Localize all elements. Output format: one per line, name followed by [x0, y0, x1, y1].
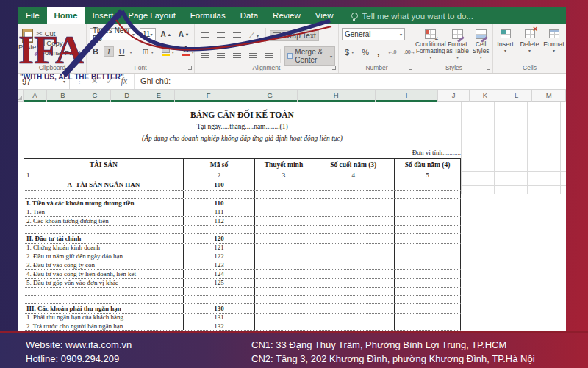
- percent-style-button[interactable]: %: [359, 46, 372, 58]
- middle-align-button[interactable]: [214, 31, 228, 40]
- cell-maso[interactable]: 111: [184, 208, 256, 216]
- cell-socuoinam[interactable]: Số cuối năm (3): [312, 159, 395, 171]
- cell-socuoinam[interactable]: [312, 226, 395, 233]
- shrink-font-button[interactable]: A▾: [176, 29, 191, 40]
- tab-page-layout[interactable]: Page Layout: [121, 7, 183, 24]
- italic-button[interactable]: I: [104, 46, 114, 57]
- merge-center-button[interactable]: Merge & Center▾: [284, 46, 335, 66]
- cell-taisan[interactable]: III. Các khoản phải thu ngắn hạn: [24, 304, 184, 313]
- accounting-format-button[interactable]: $▾: [342, 46, 356, 58]
- column-header-b[interactable]: B: [47, 90, 79, 102]
- dialog-launcher-icon[interactable]: [487, 66, 490, 70]
- cell-socuoinam[interactable]: 4: [312, 171, 395, 180]
- orientation-button[interactable]: ⟋▾: [246, 29, 262, 41]
- column-header-f[interactable]: F: [175, 90, 243, 102]
- cancel-entry-button[interactable]: ✕: [87, 77, 101, 86]
- tab-formulas[interactable]: Formulas: [183, 7, 233, 24]
- cell-thuyetminh[interactable]: [255, 180, 312, 190]
- cell-sodaunam[interactable]: [395, 304, 461, 313]
- cell-thuyetminh[interactable]: [255, 296, 312, 303]
- align-left-button[interactable]: [198, 52, 212, 60]
- cell-socuoinam[interactable]: [312, 270, 395, 278]
- cell-thuyetminh[interactable]: 3: [255, 171, 312, 180]
- column-header-e[interactable]: E: [143, 90, 175, 102]
- top-align-button[interactable]: [198, 31, 212, 40]
- cell-maso[interactable]: 120: [184, 234, 256, 243]
- cell-taisan[interactable]: 4. Đầu tư vào công ty liên doanh, liên k…: [24, 270, 184, 278]
- column-header-h[interactable]: H: [298, 90, 376, 102]
- cell-socuoinam[interactable]: [312, 261, 395, 269]
- cell-socuoinam[interactable]: [312, 322, 395, 330]
- cell-sodaunam[interactable]: [395, 244, 461, 252]
- sheet-date-line[interactable]: Tại ngày.....tháng.....năm........(1): [24, 123, 461, 130]
- cell-sodaunam[interactable]: [395, 261, 461, 269]
- cell-sodaunam[interactable]: [395, 208, 461, 216]
- cell-socuoinam[interactable]: [312, 180, 395, 190]
- cell-taisan[interactable]: 1. Chứng khoán kinh doanh: [24, 244, 184, 252]
- cell-taisan[interactable]: 5. Đầu tư góp vốn vào đơn vị khác: [24, 279, 184, 287]
- cell-taisan[interactable]: 1: [24, 171, 184, 180]
- cell-maso[interactable]: 122: [184, 252, 256, 261]
- cell-taisan[interactable]: [24, 191, 184, 198]
- cell-taisan[interactable]: 2. Đầu tư nắm giữ đến ngày đáo hạn: [24, 252, 184, 261]
- cell-taisan[interactable]: I. Tiền và các khoản tương đương tiền: [24, 199, 184, 208]
- cell-socuoinam[interactable]: [312, 208, 395, 216]
- cell-maso[interactable]: [184, 226, 256, 233]
- cell-sodaunam[interactable]: [395, 296, 461, 303]
- cell-socuoinam[interactable]: [312, 288, 395, 295]
- cell-socuoinam[interactable]: [312, 252, 395, 261]
- cell-maso[interactable]: 112: [184, 217, 256, 225]
- cell-maso[interactable]: [184, 288, 256, 295]
- cell-thuyetminh[interactable]: [255, 288, 312, 295]
- font-size-select[interactable]: 11▾: [140, 28, 156, 40]
- cell-taisan[interactable]: [24, 226, 184, 233]
- name-box[interactable]: 97 ▾: [18, 74, 70, 89]
- cell-socuoinam[interactable]: [312, 304, 395, 313]
- cell-socuoinam[interactable]: [312, 279, 395, 287]
- cell-sodaunam[interactable]: [395, 180, 461, 190]
- dialog-launcher-icon[interactable]: [409, 66, 412, 70]
- cell-maso[interactable]: 123: [184, 261, 256, 269]
- cell-thuyetminh[interactable]: Thuyết minh: [255, 159, 312, 171]
- increase-decimal-button[interactable]: ←.0: [385, 48, 399, 56]
- cell-maso[interactable]: 124: [184, 270, 256, 278]
- bold-button[interactable]: B: [90, 46, 101, 57]
- center-button[interactable]: [214, 52, 228, 60]
- cell-sodaunam[interactable]: [395, 252, 461, 261]
- cell-thuyetminh[interactable]: [255, 314, 312, 322]
- cell-sodaunam[interactable]: [395, 314, 461, 322]
- cell-taisan[interactable]: 1. Tiền: [24, 208, 184, 216]
- formula-input[interactable]: Ghi chú:: [134, 74, 566, 89]
- cell-maso[interactable]: 121: [184, 244, 256, 252]
- cell-sodaunam[interactable]: Số đầu năm (4): [395, 159, 461, 171]
- fill-color-button[interactable]: ▾: [159, 46, 177, 57]
- cell-taisan[interactable]: 2. Trả trước cho người bán ngắn hạn: [24, 322, 184, 330]
- column-header-c[interactable]: C: [79, 90, 112, 102]
- cell-socuoinam[interactable]: [312, 191, 395, 198]
- cell-taisan[interactable]: 3. Đầu tư vào công ty con: [24, 261, 184, 269]
- sheet-applies-line[interactable]: (Áp dụng cho doanh nghiệp không đáp ứng …: [24, 135, 461, 142]
- column-header-i[interactable]: I: [376, 90, 438, 102]
- tab-insert[interactable]: Insert: [85, 7, 121, 24]
- cell-thuyetminh[interactable]: [255, 270, 312, 278]
- cell-sodaunam[interactable]: [395, 288, 461, 295]
- cell-thuyetminh[interactable]: [255, 226, 312, 233]
- bottom-align-button[interactable]: [230, 31, 244, 40]
- cell-sodaunam[interactable]: [395, 191, 461, 198]
- cell-maso[interactable]: 130: [184, 304, 256, 313]
- cell-sodaunam[interactable]: [395, 270, 461, 278]
- cell-maso[interactable]: 132: [184, 322, 256, 330]
- cut-button[interactable]: ✂Cut: [36, 29, 87, 38]
- cell-socuoinam[interactable]: [312, 296, 395, 303]
- cell-sodaunam[interactable]: [395, 226, 461, 233]
- dialog-launcher-icon[interactable]: [188, 66, 192, 70]
- wrap-text-button[interactable]: Wrap Text: [270, 30, 319, 41]
- cell-taisan[interactable]: [24, 296, 184, 303]
- cell-maso[interactable]: 110: [184, 199, 256, 208]
- cell-maso[interactable]: [184, 191, 256, 198]
- cell-taisan[interactable]: TÀI SẢN: [24, 159, 184, 171]
- tab-view[interactable]: View: [308, 7, 341, 24]
- cell-thuyetminh[interactable]: [255, 279, 312, 287]
- cell-maso[interactable]: 125: [184, 279, 256, 287]
- cell-taisan[interactable]: II. Đầu tư tài chính: [24, 234, 184, 243]
